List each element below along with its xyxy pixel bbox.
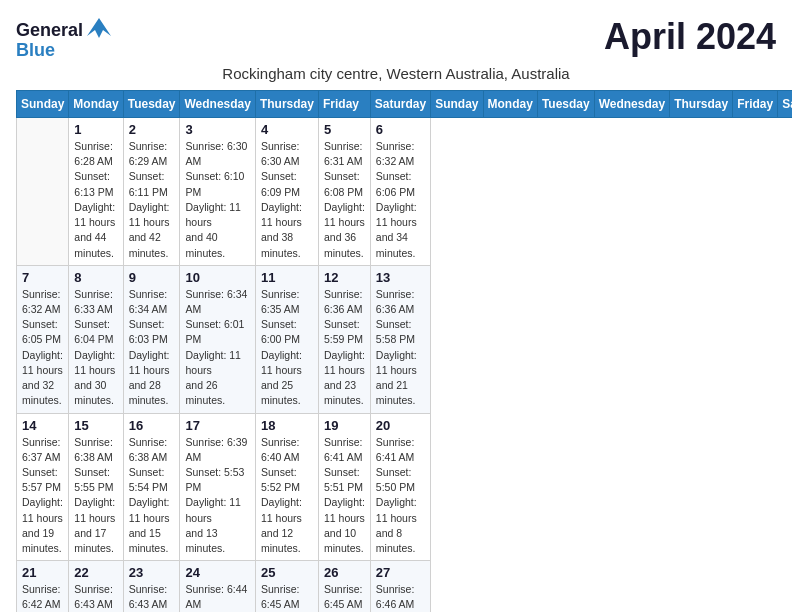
day-header-tuesday: Tuesday [123, 91, 180, 118]
day-number: 8 [74, 270, 117, 285]
logo-bird-icon [85, 16, 113, 44]
day-info: Sunrise: 6:29 AM Sunset: 6:11 PM Dayligh… [129, 139, 175, 261]
calendar-cell: 22Sunrise: 6:43 AM Sunset: 5:47 PM Dayli… [69, 561, 123, 612]
day-header-thursday: Thursday [670, 91, 733, 118]
calendar-cell: 20Sunrise: 6:41 AM Sunset: 5:50 PM Dayli… [370, 413, 430, 561]
day-number: 14 [22, 418, 63, 433]
day-number: 1 [74, 122, 117, 137]
day-info: Sunrise: 6:30 AM Sunset: 6:09 PM Dayligh… [261, 139, 313, 261]
day-header-monday: Monday [69, 91, 123, 118]
day-info: Sunrise: 6:36 AM Sunset: 5:59 PM Dayligh… [324, 287, 365, 409]
calendar-cell: 19Sunrise: 6:41 AM Sunset: 5:51 PM Dayli… [318, 413, 370, 561]
day-info: Sunrise: 6:45 AM Sunset: 5:44 PM Dayligh… [261, 582, 313, 612]
day-header-wednesday: Wednesday [180, 91, 255, 118]
day-info: Sunrise: 6:38 AM Sunset: 5:55 PM Dayligh… [74, 435, 117, 557]
day-info: Sunrise: 6:46 AM Sunset: 5:42 PM Dayligh… [376, 582, 425, 612]
calendar-week-row: 21Sunrise: 6:42 AM Sunset: 5:49 PM Dayli… [17, 561, 793, 612]
day-header-sunday: Sunday [431, 91, 483, 118]
day-info: Sunrise: 6:33 AM Sunset: 6:04 PM Dayligh… [74, 287, 117, 409]
day-header-tuesday: Tuesday [537, 91, 594, 118]
calendar-cell: 15Sunrise: 6:38 AM Sunset: 5:55 PM Dayli… [69, 413, 123, 561]
day-info: Sunrise: 6:41 AM Sunset: 5:50 PM Dayligh… [376, 435, 425, 557]
calendar-cell: 11Sunrise: 6:35 AM Sunset: 6:00 PM Dayli… [255, 265, 318, 413]
calendar-cell: 21Sunrise: 6:42 AM Sunset: 5:49 PM Dayli… [17, 561, 69, 612]
calendar-week-row: 14Sunrise: 6:37 AM Sunset: 5:57 PM Dayli… [17, 413, 793, 561]
calendar-cell: 27Sunrise: 6:46 AM Sunset: 5:42 PM Dayli… [370, 561, 430, 612]
calendar-week-row: 1Sunrise: 6:28 AM Sunset: 6:13 PM Daylig… [17, 118, 793, 266]
calendar-cell: 25Sunrise: 6:45 AM Sunset: 5:44 PM Dayli… [255, 561, 318, 612]
day-info: Sunrise: 6:35 AM Sunset: 6:00 PM Dayligh… [261, 287, 313, 409]
day-number: 10 [185, 270, 249, 285]
title-area: April 2024 [604, 16, 776, 58]
day-number: 4 [261, 122, 313, 137]
calendar-cell [17, 118, 69, 266]
day-header-sunday: Sunday [17, 91, 69, 118]
calendar-cell: 7Sunrise: 6:32 AM Sunset: 6:05 PM Daylig… [17, 265, 69, 413]
day-number: 23 [129, 565, 175, 580]
day-number: 15 [74, 418, 117, 433]
day-number: 7 [22, 270, 63, 285]
calendar-cell: 14Sunrise: 6:37 AM Sunset: 5:57 PM Dayli… [17, 413, 69, 561]
day-info: Sunrise: 6:32 AM Sunset: 6:06 PM Dayligh… [376, 139, 425, 261]
day-number: 13 [376, 270, 425, 285]
day-info: Sunrise: 6:36 AM Sunset: 5:58 PM Dayligh… [376, 287, 425, 409]
day-info: Sunrise: 6:34 AM Sunset: 6:01 PM Dayligh… [185, 287, 249, 409]
calendar-cell: 3Sunrise: 6:30 AM Sunset: 6:10 PM Daylig… [180, 118, 255, 266]
day-number: 2 [129, 122, 175, 137]
day-number: 5 [324, 122, 365, 137]
day-number: 16 [129, 418, 175, 433]
calendar-cell: 13Sunrise: 6:36 AM Sunset: 5:58 PM Dayli… [370, 265, 430, 413]
day-number: 11 [261, 270, 313, 285]
day-number: 26 [324, 565, 365, 580]
day-info: Sunrise: 6:34 AM Sunset: 6:03 PM Dayligh… [129, 287, 175, 409]
day-info: Sunrise: 6:37 AM Sunset: 5:57 PM Dayligh… [22, 435, 63, 557]
day-info: Sunrise: 6:32 AM Sunset: 6:05 PM Dayligh… [22, 287, 63, 409]
day-info: Sunrise: 6:31 AM Sunset: 6:08 PM Dayligh… [324, 139, 365, 261]
day-header-wednesday: Wednesday [594, 91, 669, 118]
page-header: General Blue April 2024 [16, 16, 776, 61]
day-info: Sunrise: 6:30 AM Sunset: 6:10 PM Dayligh… [185, 139, 249, 261]
calendar-cell: 24Sunrise: 6:44 AM Sunset: 5:45 PM Dayli… [180, 561, 255, 612]
day-number: 17 [185, 418, 249, 433]
day-header-saturday: Saturday [370, 91, 430, 118]
calendar-cell: 18Sunrise: 6:40 AM Sunset: 5:52 PM Dayli… [255, 413, 318, 561]
calendar-title: April 2024 [604, 16, 776, 58]
day-number: 12 [324, 270, 365, 285]
day-number: 25 [261, 565, 313, 580]
calendar-cell: 26Sunrise: 6:45 AM Sunset: 5:43 PM Dayli… [318, 561, 370, 612]
day-number: 24 [185, 565, 249, 580]
day-header-thursday: Thursday [255, 91, 318, 118]
day-number: 27 [376, 565, 425, 580]
calendar-table: SundayMondayTuesdayWednesdayThursdayFrid… [16, 90, 792, 612]
day-number: 9 [129, 270, 175, 285]
calendar-cell: 2Sunrise: 6:29 AM Sunset: 6:11 PM Daylig… [123, 118, 180, 266]
location-subtitle: Rockingham city centre, Western Australi… [16, 65, 776, 82]
logo-general-text: General [16, 20, 83, 41]
calendar-cell: 9Sunrise: 6:34 AM Sunset: 6:03 PM Daylig… [123, 265, 180, 413]
day-info: Sunrise: 6:43 AM Sunset: 5:46 PM Dayligh… [129, 582, 175, 612]
day-header-saturday: Saturday [778, 91, 792, 118]
calendar-cell: 4Sunrise: 6:30 AM Sunset: 6:09 PM Daylig… [255, 118, 318, 266]
calendar-cell: 6Sunrise: 6:32 AM Sunset: 6:06 PM Daylig… [370, 118, 430, 266]
day-info: Sunrise: 6:28 AM Sunset: 6:13 PM Dayligh… [74, 139, 117, 261]
day-number: 22 [74, 565, 117, 580]
svg-marker-0 [87, 18, 111, 38]
day-info: Sunrise: 6:38 AM Sunset: 5:54 PM Dayligh… [129, 435, 175, 557]
day-info: Sunrise: 6:43 AM Sunset: 5:47 PM Dayligh… [74, 582, 117, 612]
logo: General Blue [16, 16, 113, 61]
day-number: 21 [22, 565, 63, 580]
calendar-cell: 10Sunrise: 6:34 AM Sunset: 6:01 PM Dayli… [180, 265, 255, 413]
calendar-cell: 5Sunrise: 6:31 AM Sunset: 6:08 PM Daylig… [318, 118, 370, 266]
day-info: Sunrise: 6:45 AM Sunset: 5:43 PM Dayligh… [324, 582, 365, 612]
day-info: Sunrise: 6:42 AM Sunset: 5:49 PM Dayligh… [22, 582, 63, 612]
day-header-friday: Friday [318, 91, 370, 118]
calendar-cell: 12Sunrise: 6:36 AM Sunset: 5:59 PM Dayli… [318, 265, 370, 413]
calendar-cell: 8Sunrise: 6:33 AM Sunset: 6:04 PM Daylig… [69, 265, 123, 413]
calendar-cell: 1Sunrise: 6:28 AM Sunset: 6:13 PM Daylig… [69, 118, 123, 266]
day-number: 19 [324, 418, 365, 433]
calendar-header-row: SundayMondayTuesdayWednesdayThursdayFrid… [17, 91, 793, 118]
calendar-cell: 23Sunrise: 6:43 AM Sunset: 5:46 PM Dayli… [123, 561, 180, 612]
day-number: 20 [376, 418, 425, 433]
calendar-week-row: 7Sunrise: 6:32 AM Sunset: 6:05 PM Daylig… [17, 265, 793, 413]
day-header-friday: Friday [733, 91, 778, 118]
